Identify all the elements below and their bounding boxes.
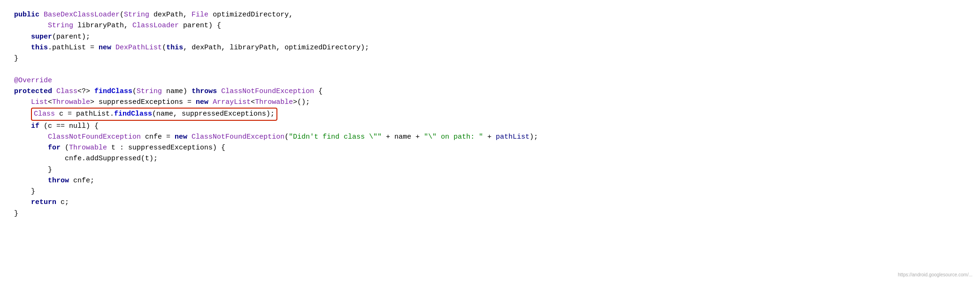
code-line-4: this.pathList = new DexPathList(this, de… (14, 42, 966, 53)
code-line-19: } (14, 208, 966, 219)
code-line-12: ClassNotFoundException cnfe = new ClassN… (14, 132, 966, 142)
code-block: public BaseDexClassLoader(String dexPath… (14, 9, 966, 219)
code-line-16: throw cnfe; (14, 175, 966, 186)
code-line-7: @Override (14, 75, 966, 86)
code-line-empty (14, 64, 966, 75)
highlighted-code-segment: Class c = pathList.findClass(name, suppr… (31, 108, 277, 120)
code-line-17: } (14, 186, 966, 197)
code-line-11: if (c == null) { (14, 121, 966, 132)
code-line-8: protected Class<?> findClass(String name… (14, 86, 966, 97)
code-line-1: public BaseDexClassLoader(String dexPath… (14, 9, 966, 20)
code-line-5: } (14, 53, 966, 64)
code-line-14: cnfe.addSuppressed(t); (14, 153, 966, 164)
code-line-15: } (14, 164, 966, 175)
code-line-18: return c; (14, 197, 966, 208)
code-line-13: for (Throwable t : suppressedExceptions)… (14, 142, 966, 153)
code-line-9: List<Throwable> suppressedExceptions = n… (14, 97, 966, 108)
code-line-2: String libraryPath, ClassLoader parent) … (14, 20, 966, 31)
code-line-10-highlighted: Class c = pathList.findClass(name, suppr… (14, 108, 966, 120)
code-line-3: super(parent); (14, 31, 966, 42)
